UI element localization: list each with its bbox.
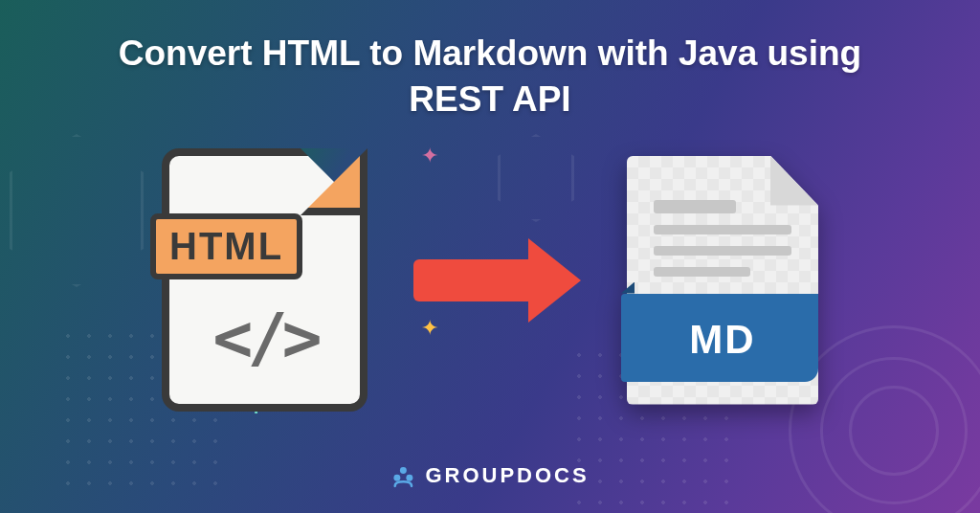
brand-name: GROUPDOCS bbox=[425, 463, 589, 488]
html-badge: HTML bbox=[150, 213, 302, 279]
arrow-right-icon bbox=[413, 238, 581, 323]
svg-point-1 bbox=[393, 475, 400, 481]
md-file-icon: MD bbox=[627, 156, 818, 405]
html-file-icon: HTML </> bbox=[162, 148, 368, 412]
document-lines-icon bbox=[654, 200, 791, 288]
groupdocs-logo-icon bbox=[390, 463, 415, 488]
brand-logo: GROUPDOCS bbox=[390, 463, 589, 488]
page-title: Convert HTML to Markdown with Java using… bbox=[117, 31, 863, 123]
md-badge: MD bbox=[627, 317, 818, 363]
svg-point-0 bbox=[400, 467, 407, 474]
promo-graphic: + ✦ ✦ ✦ ✦ Convert HTML to Markdown with … bbox=[0, 0, 980, 513]
deco-hexagon bbox=[10, 134, 144, 287]
conversion-illustration: HTML </> MD bbox=[162, 148, 818, 412]
svg-point-2 bbox=[406, 475, 412, 481]
code-brackets-icon: </> bbox=[212, 299, 316, 377]
